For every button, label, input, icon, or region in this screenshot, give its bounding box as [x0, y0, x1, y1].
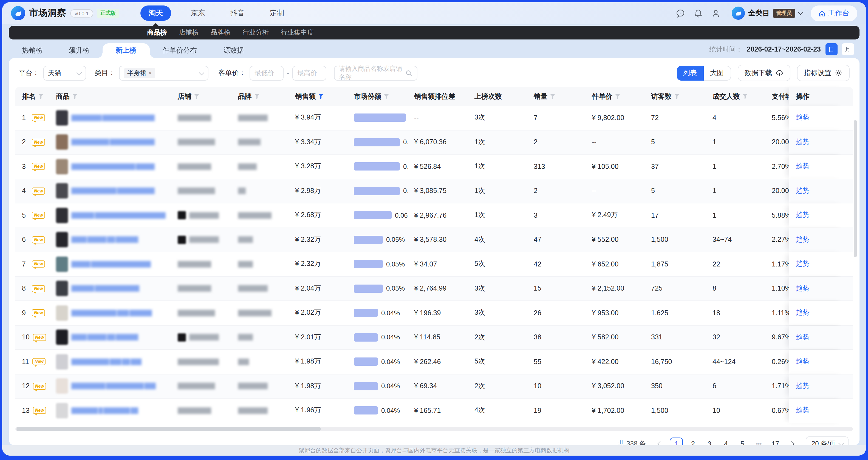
sub-nav-item[interactable]: 品牌榜 — [211, 28, 230, 37]
trend-link[interactable]: 趋势 — [796, 260, 810, 269]
trend-link[interactable]: 趋势 — [796, 187, 810, 196]
trend-link[interactable]: 趋势 — [796, 357, 810, 366]
product-thumbnail[interactable] — [56, 403, 68, 418]
filter-funnel-icon[interactable] — [743, 94, 748, 99]
column-header[interactable]: 商品 — [50, 87, 171, 106]
sub-nav-item[interactable]: 店铺榜 — [179, 28, 198, 37]
tab-item[interactable]: 飙升榜 — [56, 43, 102, 58]
trend-link[interactable]: 趋势 — [796, 211, 810, 220]
product-name-blurred[interactable]: █████ ████████████████ — [71, 261, 151, 268]
page-number[interactable]: 3 — [703, 437, 716, 445]
sub-nav-item[interactable]: 商品榜 — [147, 28, 167, 37]
day-toggle[interactable]: 日 — [825, 43, 837, 55]
product-thumbnail[interactable] — [56, 330, 68, 345]
filter-funnel-icon[interactable] — [615, 94, 620, 99]
page-number[interactable]: 17 — [769, 437, 782, 445]
trend-link[interactable]: 趋势 — [796, 162, 810, 171]
product-thumbnail[interactable] — [56, 305, 68, 321]
trend-link[interactable]: 趋势 — [796, 333, 810, 342]
product-thumbnail[interactable] — [56, 135, 68, 150]
filter-funnel-icon[interactable] — [72, 94, 78, 99]
product-name-blurred[interactable]: ████ █████ ██ ██████ — [71, 237, 138, 243]
page-number[interactable]: 4 — [719, 437, 733, 445]
top-nav-item[interactable]: 定制 — [265, 5, 289, 21]
large-view-button[interactable]: 大图 — [704, 66, 731, 80]
top-nav-item[interactable]: 京东 — [185, 5, 211, 21]
tab-active[interactable]: 新上榜 — [102, 43, 150, 58]
category-select[interactable]: 半身裙 × — [119, 66, 209, 80]
workspace-button[interactable]: 工作台 — [810, 5, 857, 21]
product-thumbnail[interactable] — [56, 110, 68, 126]
product-name-blurred[interactable]: ██████████ ███ ██ ███ — [71, 359, 142, 365]
tab-item[interactable]: 件单价分布 — [150, 43, 210, 58]
filter-funnel-icon[interactable] — [254, 94, 259, 99]
data-download-button[interactable]: 数据下载 — [738, 65, 790, 81]
trend-link[interactable]: 趋势 — [796, 235, 810, 244]
prev-page-button[interactable] — [654, 437, 667, 445]
product-thumbnail[interactable] — [56, 354, 68, 369]
column-header[interactable]: 销售额 — [288, 87, 347, 106]
page-size-select[interactable]: 20 条/页 — [806, 436, 848, 445]
filter-funnel-icon[interactable] — [318, 94, 323, 99]
product-name-blurred[interactable]: ███████ █ ███████ ██ — [71, 407, 138, 414]
sub-nav-item[interactable]: 行业集中度 — [281, 28, 314, 37]
filter-funnel-icon[interactable] — [384, 94, 389, 99]
filter-funnel-icon[interactable] — [674, 94, 679, 99]
column-header[interactable]: 市场份额 — [347, 87, 407, 106]
message-icon[interactable] — [676, 8, 685, 18]
month-toggle[interactable]: 月 — [842, 43, 854, 55]
list-view-button[interactable]: 列表 — [677, 66, 704, 80]
column-header[interactable]: 访客数 — [645, 87, 706, 106]
remove-tag-icon[interactable]: × — [148, 70, 152, 76]
account-menu[interactable]: 全类目 管理员 — [732, 7, 802, 20]
filter-funnel-icon[interactable] — [194, 94, 199, 99]
product-name-blurred[interactable]: ██████ ████████████ — [71, 285, 140, 292]
tab-item[interactable]: 热销榜 — [9, 43, 56, 58]
product-name-blurred[interactable]: ██████████ ████████████ — [71, 139, 154, 145]
product-name-blurred[interactable]: █████████ ██████████ ███ — [71, 383, 155, 390]
next-page-button[interactable] — [785, 437, 798, 445]
trend-link[interactable]: 趋势 — [796, 308, 810, 318]
trend-link[interactable]: 趋势 — [796, 138, 810, 147]
bell-icon[interactable] — [693, 8, 703, 18]
product-name-blurred[interactable]: ████████ ██████████████ — [71, 114, 154, 121]
column-header[interactable]: 件单价 — [585, 87, 645, 106]
product-thumbnail[interactable] — [56, 281, 68, 296]
product-thumbnail[interactable] — [56, 159, 68, 174]
product-name-blurred[interactable]: █████████████████ █████ — [71, 163, 154, 170]
column-header[interactable]: 成交人数 — [706, 87, 765, 106]
price-min-input[interactable]: 最低价 — [250, 66, 284, 80]
column-header[interactable]: 排名 — [16, 87, 50, 106]
trend-link[interactable]: 趋势 — [796, 406, 810, 415]
platform-select[interactable]: 天猫 — [43, 66, 86, 80]
product-name-blurred[interactable]: ████ █████ ██ ██████ — [71, 334, 138, 341]
user-icon[interactable] — [711, 8, 720, 18]
product-thumbnail[interactable] — [56, 257, 68, 272]
search-input[interactable]: 请输入商品名称或店铺名称 — [334, 66, 417, 80]
horizontal-scrollbar[interactable] — [16, 427, 852, 431]
column-header[interactable]: 店铺 — [171, 87, 231, 106]
tab-item[interactable]: 源数据 — [210, 43, 257, 58]
product-thumbnail[interactable] — [56, 208, 68, 223]
page-number[interactable]: 2 — [686, 437, 700, 445]
product-thumbnail[interactable] — [56, 379, 68, 394]
top-nav-item[interactable]: 淘天 — [141, 5, 171, 21]
column-header[interactable]: 品牌 — [231, 87, 288, 106]
metric-settings-button[interactable]: 指标设置 — [797, 65, 849, 81]
trend-link[interactable]: 趋势 — [796, 284, 810, 293]
vertical-scrollbar[interactable] — [854, 120, 857, 257]
product-name-blurred[interactable]: ████████████ ███ ██████ — [71, 310, 152, 316]
sub-nav-item[interactable]: 行业分析 — [242, 28, 269, 37]
product-name-blurred[interactable]: ██████ ███████████████████ — [71, 212, 166, 219]
trend-link[interactable]: 趋势 — [796, 113, 810, 123]
trend-link[interactable]: 趋势 — [796, 382, 810, 391]
time-range[interactable]: 2026-02-17~2026-02-23 — [747, 45, 821, 53]
filter-funnel-icon[interactable] — [38, 94, 43, 99]
page-number[interactable]: 1 — [670, 437, 683, 445]
price-max-input[interactable]: 最高价 — [292, 66, 327, 80]
page-number[interactable]: 5 — [736, 437, 749, 445]
product-thumbnail[interactable] — [56, 232, 68, 248]
top-nav-item[interactable]: 抖音 — [225, 5, 250, 21]
scrollbar-thumb[interactable] — [17, 427, 321, 431]
product-thumbnail[interactable] — [56, 184, 68, 199]
